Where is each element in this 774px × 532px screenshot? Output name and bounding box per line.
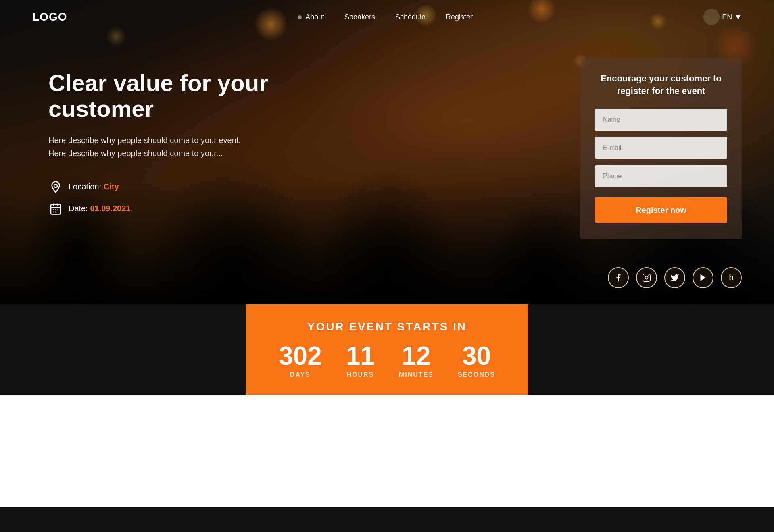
- hero-description: Here describe why people should come to …: [48, 134, 258, 160]
- hackerrank-icon[interactable]: h: [721, 267, 742, 288]
- seconds-label: SECONDS: [458, 371, 495, 378]
- language-selector[interactable]: EN ▼: [703, 9, 742, 25]
- registration-form: Register now: [595, 109, 727, 223]
- phone-input[interactable]: [595, 165, 727, 187]
- hero-right: Encourage your customer to register for …: [580, 58, 742, 239]
- countdown-wrapper: YOUR EVENT STARTS IN 302 DAYS 11 HOURS 1…: [0, 304, 774, 395]
- instagram-icon[interactable]: [636, 267, 657, 288]
- hours-value: 11: [346, 343, 375, 369]
- minutes-value: 12: [402, 343, 430, 369]
- location-item: Location: City: [48, 180, 282, 194]
- nav-link-schedule[interactable]: Schedule: [395, 13, 426, 21]
- lang-code: EN: [722, 13, 732, 21]
- nav-link-about[interactable]: About: [305, 13, 324, 21]
- nav-links: About Speakers Schedule Register: [298, 13, 473, 21]
- register-now-button[interactable]: Register now: [595, 197, 727, 223]
- nav-link-register[interactable]: Register: [446, 13, 473, 21]
- hero-main: Clear value for your customer Here descr…: [0, 34, 774, 255]
- registration-card: Encourage your customer to register for …: [580, 58, 742, 239]
- days-label: DAYS: [290, 371, 311, 378]
- days-value: 302: [279, 343, 322, 369]
- location-label: Location: City: [69, 182, 119, 191]
- countdown-title: YOUR EVENT STARTS IN: [246, 320, 528, 333]
- bottom-area: [0, 395, 774, 507]
- twitter-icon[interactable]: [664, 267, 685, 288]
- svg-point-12: [648, 275, 649, 276]
- hero-title: Clear value for your customer: [48, 70, 282, 122]
- minutes-label: MINUTES: [399, 371, 434, 378]
- svg-marker-13: [701, 274, 706, 281]
- location-icon: [48, 180, 63, 194]
- name-input[interactable]: [595, 109, 727, 131]
- navbar: LOGO About Speakers Schedule Register E: [0, 0, 774, 34]
- countdown-minutes: 12 MINUTES: [399, 343, 434, 378]
- date-label: Date: 01.09.2021: [69, 204, 130, 213]
- hero-section: LOGO About Speakers Schedule Register E: [0, 0, 774, 304]
- hours-label: HOURS: [346, 371, 374, 378]
- hero-left: Clear value for your customer Here descr…: [48, 58, 282, 216]
- email-input[interactable]: [595, 137, 727, 159]
- nav-item-speakers[interactable]: Speakers: [344, 13, 375, 21]
- nav-link-speakers[interactable]: Speakers: [344, 13, 375, 21]
- logo: LOGO: [32, 10, 67, 23]
- nav-item-about[interactable]: About: [298, 13, 324, 21]
- svg-rect-1: [51, 204, 61, 214]
- nav-item-schedule[interactable]: Schedule: [395, 13, 426, 21]
- form-title: Encourage your customer to register for …: [595, 73, 727, 98]
- date-item: Date: 01.09.2021: [48, 202, 282, 216]
- social-bar: h: [0, 255, 774, 304]
- location-value: City: [104, 182, 119, 191]
- countdown-section: YOUR EVENT STARTS IN 302 DAYS 11 HOURS 1…: [246, 304, 528, 395]
- lang-circle: [703, 9, 720, 25]
- countdown-days: 302 DAYS: [279, 343, 322, 378]
- calendar-icon: [48, 202, 63, 216]
- nav-dot-about: [298, 15, 302, 19]
- youtube-icon[interactable]: [693, 267, 713, 288]
- seconds-value: 30: [462, 343, 491, 369]
- facebook-icon[interactable]: [608, 267, 629, 288]
- svg-point-0: [54, 184, 57, 187]
- countdown-numbers: 302 DAYS 11 HOURS 12 MINUTES 30 SECONDS: [246, 343, 528, 378]
- countdown-hours: 11 HOURS: [346, 343, 375, 378]
- date-value: 01.09.2021: [90, 204, 130, 213]
- lang-arrow: ▼: [734, 13, 742, 21]
- svg-point-11: [645, 276, 648, 279]
- nav-item-register[interactable]: Register: [446, 13, 473, 21]
- hero-meta: Location: City: [48, 180, 282, 216]
- svg-rect-10: [643, 274, 650, 281]
- countdown-seconds: 30 SECONDS: [458, 343, 495, 378]
